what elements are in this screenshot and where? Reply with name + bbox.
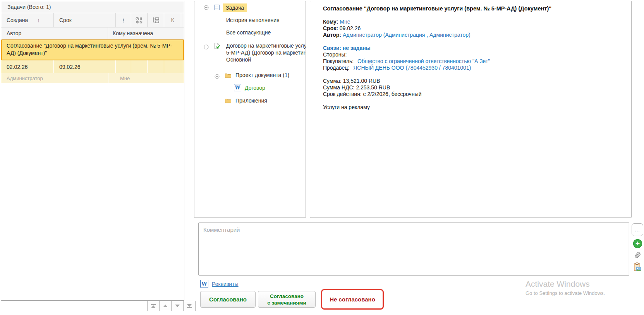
vat-value: 2,253.50 RUB — [356, 84, 390, 91]
column-execution-status[interactable] — [131, 13, 148, 27]
seller-value-link[interactable]: ЯСНЫЙ ДЕНЬ ООО (7804452930 / 780401001) — [353, 65, 471, 71]
column-assignee[interactable]: Кому назначена — [108, 27, 184, 39]
column-k[interactable]: К — [164, 13, 181, 27]
approve-with-remarks-button[interactable]: Согласовано с замечаниями — [258, 291, 316, 308]
requisites-link[interactable]: Реквизиты — [212, 281, 239, 287]
task-due-date: 09.02.26 — [54, 60, 116, 73]
comment-input[interactable] — [198, 223, 629, 276]
tree-item-contract[interactable]: Договор на маркетинговые услу 5-МР-АД) (… — [226, 42, 306, 63]
scroll-first-button[interactable] — [148, 301, 159, 311]
scroll-next-icon — [175, 305, 180, 307]
word-file-icon: W — [200, 280, 208, 288]
column-due-label: Срок — [59, 17, 72, 23]
to-label: Кому: — [323, 19, 338, 25]
approve-with-remarks-line2: с замечаниями — [267, 300, 306, 306]
expander-collapse-icon[interactable] — [204, 5, 209, 10]
task-row-people[interactable]: Администратор Мне — [1, 73, 184, 83]
seller-label: Продавец: — [323, 65, 349, 71]
scroll-next-button[interactable] — [171, 301, 183, 311]
tree-item-contract-file[interactable]: Договор — [245, 85, 265, 91]
column-flag[interactable] — [181, 13, 184, 27]
task-row-dates[interactable]: 02.02.26 09.02.26 — [1, 60, 184, 73]
scroll-first-icon — [151, 304, 156, 305]
status-icon — [136, 17, 143, 24]
buyer-label: Покупатель: — [323, 58, 354, 64]
vat-line: Сумма НДС: 2,253.50 RUB — [323, 84, 623, 91]
validity-line: Срок действия: с 2/2/2026, бессрочный — [323, 91, 623, 98]
note-line: Услуги на рекламу — [323, 104, 623, 111]
task-document-icon — [214, 4, 220, 10]
sort-asc-icon: ↑ — [37, 17, 40, 23]
parties-label: Стороны: — [323, 51, 623, 58]
details-due-line: Срок: 09.02.26 — [323, 25, 623, 32]
reject-button[interactable]: Не согласовано — [321, 289, 384, 310]
task-cell-empty — [164, 60, 181, 73]
due-label: Срок: — [323, 25, 338, 31]
task-assignee: Мне — [108, 73, 184, 83]
importance-icon: ! — [122, 17, 124, 24]
expander-collapse-icon[interactable] — [204, 45, 209, 50]
scroll-last-button[interactable] — [183, 301, 195, 311]
scroll-prev-button[interactable] — [159, 301, 171, 311]
buyer-value-link[interactable]: Общество с ограниченной ответственностью… — [357, 58, 490, 64]
column-created[interactable]: Создана ↑ — [1, 13, 54, 27]
k-column-label: К — [171, 17, 174, 23]
task-row-subject[interactable]: Согласование "Договор на маркетинговые у… — [1, 39, 184, 60]
amount-label: Сумма: — [323, 78, 342, 84]
comment-more-button[interactable]: ... — [632, 223, 643, 236]
tasks-panel: Задачи (Всего: 1) Создана ↑ Срок ! — [1, 1, 184, 301]
details-to-line: Кому: Мне — [323, 19, 623, 25]
task-author: Администратор — [1, 73, 108, 83]
document-check-icon — [213, 43, 220, 50]
task-cell-empty — [181, 60, 184, 73]
attach-file-button[interactable] — [634, 251, 642, 260]
paste-image-button[interactable] — [633, 262, 641, 272]
activate-windows-subtitle: Go to Settings to activate Windows. — [526, 290, 605, 296]
add-button[interactable]: + — [633, 239, 642, 248]
column-hierarchy[interactable] — [148, 13, 164, 27]
to-value-link[interactable]: Мне — [340, 19, 350, 25]
column-author[interactable]: Автор — [1, 27, 108, 39]
activate-windows-watermark: Activate Windows — [526, 279, 590, 289]
tree-item-contract-line1: Договор на маркетинговые услу — [226, 42, 306, 49]
tree-item-contract-line2: 5-МР-АД) (Договор на маркетин — [226, 49, 306, 56]
task-details-panel: Согласование "Договор на маркетинговые у… — [310, 1, 632, 218]
column-importance[interactable]: ! — [116, 13, 131, 27]
requisites-row: W Реквизиты — [200, 280, 239, 288]
column-assignee-label: Кому назначена — [113, 30, 153, 36]
task-created-date: 02.02.26 — [1, 60, 54, 73]
details-author-line: Автор: Администратор (Администрация , Ад… — [323, 32, 623, 38]
tasks-column-header-row2: Автор Кому назначена — [1, 27, 184, 39]
validity-value: с 2/2/2026, бессрочный — [363, 91, 422, 97]
tree-item-task[interactable]: Задача — [223, 3, 247, 12]
tree-item-approvers[interactable]: Все согласующие — [226, 29, 271, 36]
word-file-icon: W — [234, 84, 241, 91]
column-due[interactable]: Срок — [54, 13, 116, 27]
task-cell-empty — [148, 60, 164, 73]
author-value-link[interactable]: Администратор (Администрация , Администр… — [343, 32, 471, 38]
validity-label: Срок действия: — [323, 91, 362, 97]
tree-item-draft-folder[interactable]: Проект документа (1) — [235, 72, 289, 78]
task-cell-empty — [116, 60, 131, 73]
list-scroll-buttons — [147, 301, 196, 311]
details-title: Согласование "Договор на маркетинговые у… — [323, 5, 623, 12]
tasks-column-header-row: Создана ↑ Срок ! — [1, 13, 184, 27]
tree-item-attachments-folder[interactable]: Приложения — [235, 98, 267, 104]
tasks-panel-title: Задачи (Всего: 1) — [1, 1, 184, 13]
folder-icon — [225, 98, 231, 103]
hierarchy-icon — [152, 17, 160, 23]
column-author-label: Автор — [7, 30, 21, 36]
task-list-footer — [0, 301, 196, 311]
links-line[interactable]: Связи: не заданы — [323, 45, 623, 51]
scroll-prev-icon — [163, 305, 168, 307]
approve-button[interactable]: Согласовано — [200, 291, 256, 308]
task-cell-empty — [131, 60, 148, 73]
amount-line: Сумма: 13,521.00 RUB — [323, 78, 623, 84]
amount-value: 13,521.00 RUB — [343, 78, 380, 84]
due-value: 09.02.26 — [340, 25, 361, 31]
tree-item-history[interactable]: История выполнения — [226, 17, 280, 23]
expander-collapse-icon[interactable] — [215, 74, 220, 79]
task-tree-panel: Задача История выполнения Все согласующи… — [194, 1, 306, 218]
column-created-label: Создана — [7, 17, 28, 23]
scroll-last-icon — [187, 304, 192, 307]
